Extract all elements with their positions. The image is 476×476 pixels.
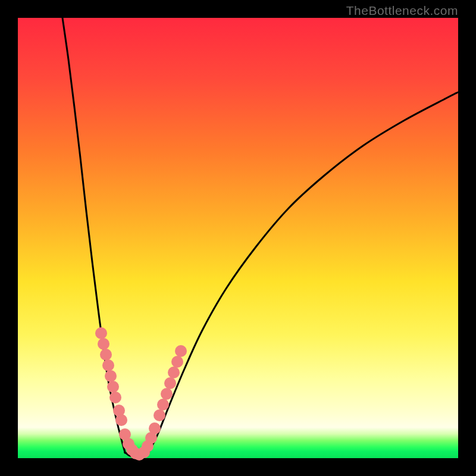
- curve-layer: [18, 18, 458, 458]
- dot: [95, 327, 107, 339]
- plot-area: [18, 18, 458, 458]
- dot: [164, 377, 176, 389]
- dot: [154, 409, 165, 421]
- dot: [102, 359, 114, 371]
- dot: [109, 392, 121, 403]
- dot: [100, 349, 112, 361]
- dot: [98, 338, 109, 350]
- dot: [105, 370, 117, 382]
- dot: [107, 381, 119, 393]
- dot: [171, 356, 183, 368]
- dot: [115, 414, 127, 426]
- dot: [157, 399, 169, 411]
- chart-frame: TheBottleneck.com: [0, 0, 476, 476]
- bottleneck-curve: [62, 18, 458, 457]
- dot: [175, 345, 187, 357]
- dot: [161, 388, 173, 400]
- dot: [168, 367, 180, 378]
- watermark-text: TheBottleneck.com: [346, 4, 458, 18]
- dot: [149, 422, 161, 434]
